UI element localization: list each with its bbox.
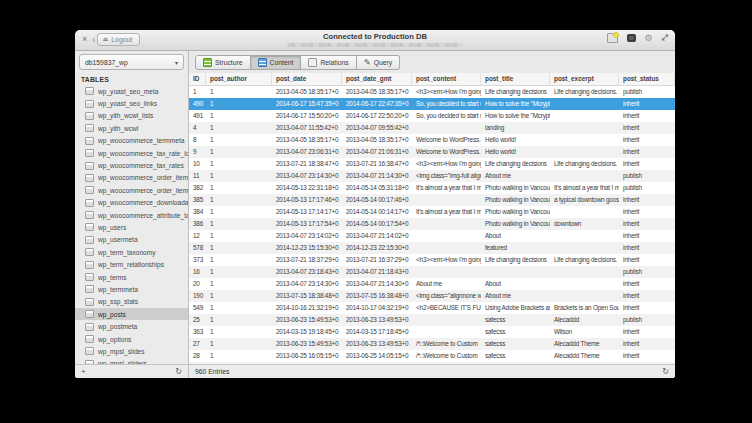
table-row[interactable]: 49112014-06-17 15:50:20+02014-06-17 22:5…: [189, 110, 675, 122]
tables-list: wp_yoast_seo_metawp_yoast_seo_linkswp_yi…: [75, 85, 188, 364]
cell: About me: [412, 278, 481, 290]
cell: 1: [206, 158, 272, 170]
sidebar-item-wp_woocommerce_order_itemm…[interactable]: wp_woocommerce_order_itemm…: [75, 184, 188, 196]
database-selector[interactable]: db159837_wp ▾: [79, 54, 184, 70]
cell: <img class="img-full align: [412, 170, 481, 182]
sidebar-statusbar: + ↻: [75, 364, 188, 378]
column-header-post_date_gmt[interactable]: post_date_gmt: [342, 73, 412, 85]
notification-badge-icon[interactable]: [607, 33, 618, 43]
gear-icon[interactable]: ⚙: [645, 33, 653, 43]
table-row[interactable]: 57812014-12-23 15:15:30+02014-12-23 22:1…: [189, 242, 675, 254]
table-row[interactable]: 38212014-05-13 22:31:18+02014-05-14 05:3…: [189, 182, 675, 194]
sidebar-item-wp_yith_wcwl[interactable]: wp_yith_wcwl: [75, 122, 188, 134]
table-row[interactable]: 1212013-04-07 23:14:02+02013-04-07 21:14…: [189, 230, 675, 242]
table-row[interactable]: 912013-04-07 23:06:31+02013-04-07 21:06:…: [189, 146, 675, 158]
sidebar-item-wp_posts[interactable]: wp_posts: [75, 308, 188, 320]
table-row[interactable]: 2012013-04-07 23:14:30+02013-04-07 21:14…: [189, 278, 675, 290]
sidebar-item-wp_usermeta[interactable]: wp_usermeta: [75, 234, 188, 246]
column-header-post_title[interactable]: post_title: [481, 73, 550, 85]
cell: 2014-03-15 17:18:45+0: [342, 326, 412, 338]
logout-button[interactable]: ⏏ Logout: [97, 33, 140, 47]
table-icon: [85, 124, 94, 132]
column-header-post_content[interactable]: post_content: [412, 73, 481, 85]
eject-icon: ⏏: [103, 35, 109, 44]
cell: inherit: [619, 98, 675, 110]
column-header-post_status[interactable]: post_status: [619, 73, 675, 85]
table-row[interactable]: 37312013-07-21 18:37:29+02013-07-21 16:3…: [189, 254, 675, 266]
cell: 382: [189, 182, 206, 194]
sidebar-item-wp_mpsl_slides[interactable]: wp_mpsl_slides: [75, 345, 188, 357]
column-header-post_excerpt[interactable]: post_excerpt: [550, 73, 619, 85]
cell: Photo walking in Vancouv: [481, 182, 550, 194]
cell: 490: [189, 98, 206, 110]
tab-content[interactable]: Content: [251, 55, 302, 70]
table-row[interactable]: 812013-04-05 18:35:17+02013-04-05 18:35:…: [189, 134, 675, 146]
cell: inherit: [619, 338, 675, 350]
table-row[interactable]: 1612013-04-07 23:18:43+02013-04-07 21:18…: [189, 266, 675, 278]
table-row[interactable]: 2712013-06-23 15:49:53+02013-06-23 13:49…: [189, 338, 675, 350]
table-row[interactable]: 38512014-05-13 17:17:46+02014-05-14 00:1…: [189, 194, 675, 206]
sidebar-item-wp_yith_wcwl_lists[interactable]: wp_yith_wcwl_lists: [75, 110, 188, 122]
sidebar-item-wp_term_taxonomy[interactable]: wp_term_taxonomy: [75, 246, 188, 258]
table-icon: [85, 347, 94, 355]
sidebar-item-wp_postmeta[interactable]: wp_postmeta: [75, 320, 188, 332]
cell: [412, 218, 481, 230]
cell: Welcome to WordPress. T: [412, 146, 481, 158]
console-icon[interactable]: [627, 34, 636, 42]
close-icon[interactable]: ×: [82, 34, 87, 44]
table-row[interactable]: 1112013-04-07 23:14:30+02013-04-07 21:14…: [189, 170, 675, 182]
refresh-data-button[interactable]: ↻: [662, 368, 669, 376]
logout-group: ‹ ⏏ Logout: [92, 33, 140, 47]
sidebar-item-wp_woocommerce_attribute_tax…[interactable]: wp_woocommerce_attribute_tax…: [75, 209, 188, 221]
tab-relations[interactable]: Relations: [301, 55, 356, 70]
table-row[interactable]: 412013-04-07 11:55:42+02013-04-07 09:55:…: [189, 122, 675, 134]
tab-query[interactable]: ✎Query: [357, 55, 401, 70]
sidebar-item-wp_users[interactable]: wp_users: [75, 221, 188, 233]
sidebar-item-wp_woocommerce_tax_rate_loca…[interactable]: wp_woocommerce_tax_rate_loca…: [75, 147, 188, 159]
cell: 2013-04-05 18:35:17+0: [272, 86, 342, 98]
column-header-post_author[interactable]: post_author: [206, 73, 272, 85]
refresh-tables-button[interactable]: ↻: [175, 368, 182, 376]
sidebar-item-wp_terms[interactable]: wp_terms: [75, 271, 188, 283]
cell: 1: [206, 302, 272, 314]
tab-structure[interactable]: Structure: [195, 55, 251, 70]
sidebar-item-wp_options[interactable]: wp_options: [75, 333, 188, 345]
table-row[interactable]: 1012013-07-21 18:38:47+02013-07-21 16:38…: [189, 158, 675, 170]
cell: 2014-12-23 22:15:30+0: [342, 242, 412, 254]
column-header-post_date[interactable]: post_date: [272, 73, 342, 85]
table-name: wp_woocommerce_order_items: [98, 174, 188, 181]
table-row[interactable]: 54912014-10-16 21:32:19+02014-10-17 04:3…: [189, 302, 675, 314]
table-row[interactable]: 49012014-06-17 15:47:35+02014-06-17 22:4…: [189, 98, 675, 110]
column-header-id[interactable]: ID: [189, 73, 206, 85]
cell: Photo walking in Vancouv: [481, 194, 550, 206]
content-list-icon: [258, 58, 267, 67]
cell: 2013-06-23 15:49:53+0: [272, 314, 342, 326]
expand-icon[interactable]: ⤢: [662, 33, 668, 43]
cell: 2013-06-23 13:49:53+0: [342, 338, 412, 350]
cell: 2014-03-15 19:18:45+0: [272, 326, 342, 338]
table-row[interactable]: 19012013-07-15 18:38:48+02013-07-15 16:3…: [189, 290, 675, 302]
sidebar-item-wp_yoast_seo_meta[interactable]: wp_yoast_seo_meta: [75, 85, 188, 97]
cell: 1: [189, 86, 206, 98]
table-row[interactable]: 2512013-06-23 15:49:53+02013-06-23 13:49…: [189, 314, 675, 326]
cell: [550, 134, 619, 146]
table-row[interactable]: 38412014-05-13 17:14:17+02014-05-14 00:1…: [189, 206, 675, 218]
table-row[interactable]: 36312014-03-15 19:18:45+02014-03-15 17:1…: [189, 326, 675, 338]
cell: inherit: [619, 254, 675, 266]
table-row[interactable]: 38612014-05-13 17:17:54+02014-05-14 00:1…: [189, 218, 675, 230]
sidebar-item-wp_term_relationships[interactable]: wp_term_relationships: [75, 258, 188, 270]
sidebar-item-wp_woocommerce_downloadabl…[interactable]: wp_woocommerce_downloadabl…: [75, 197, 188, 209]
cell: inherit: [619, 146, 675, 158]
sidebar-item-wp_ssp_stats[interactable]: wp_ssp_stats: [75, 296, 188, 308]
sidebar-item-wp_woocommerce_order_items[interactable]: wp_woocommerce_order_items: [75, 172, 188, 184]
add-table-button[interactable]: +: [81, 368, 86, 376]
table-row[interactable]: 2812013-06-25 16:05:15+02013-06-25 14:05…: [189, 350, 675, 362]
table-row[interactable]: 112013-04-05 18:35:17+02013-04-05 18:35:…: [189, 86, 675, 98]
sidebar-item-wp_woocommerce_termmeta[interactable]: wp_woocommerce_termmeta: [75, 135, 188, 147]
sidebar-item-wp_yoast_seo_links[interactable]: wp_yoast_seo_links: [75, 97, 188, 109]
sidebar-item-wp_termmeta[interactable]: wp_termmeta: [75, 283, 188, 295]
table-name: wp_woocommerce_tax_rates: [98, 162, 184, 169]
sidebar-item-wp_woocommerce_tax_rates[interactable]: wp_woocommerce_tax_rates: [75, 159, 188, 171]
cell: inherit: [619, 134, 675, 146]
cell: inherit: [619, 326, 675, 338]
